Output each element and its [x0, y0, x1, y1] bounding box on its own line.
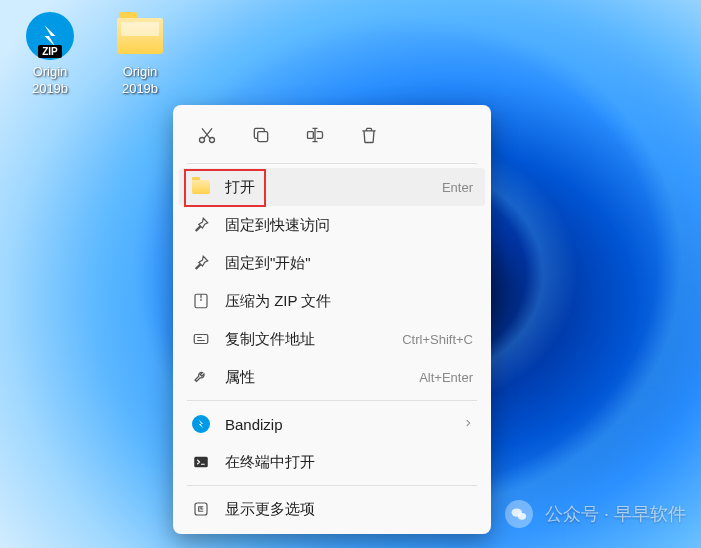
menu-more-options[interactable]: 显示更多选项: [179, 490, 485, 528]
wechat-icon: [505, 500, 533, 528]
wrench-icon: [191, 367, 211, 387]
desktop-icon-label: Origin 2019b: [122, 64, 158, 98]
watermark-text: 公众号 · 早早软件: [545, 502, 686, 526]
svg-point-9: [518, 513, 526, 520]
rename-button[interactable]: [295, 117, 335, 153]
desktop-icon-zip[interactable]: ZIP Origin 2019b: [10, 12, 90, 98]
action-bar: [179, 111, 485, 159]
divider: [187, 400, 477, 401]
menu-copy-path[interactable]: 复制文件地址 Ctrl+Shift+C: [179, 320, 485, 358]
divider: [187, 163, 477, 164]
menu-pin-quick-access[interactable]: 固定到快速访问: [179, 206, 485, 244]
svg-rect-2: [258, 132, 268, 142]
menu-label: 复制文件地址: [225, 330, 402, 349]
menu-label: 打开: [225, 178, 442, 197]
menu-shortcut: Alt+Enter: [419, 370, 473, 385]
menu-open-terminal[interactable]: 在终端中打开: [179, 443, 485, 481]
desktop-icon-label: Origin 2019b: [32, 64, 68, 98]
svg-point-0: [200, 138, 205, 143]
svg-point-1: [210, 138, 215, 143]
menu-pin-start[interactable]: 固定到"开始": [179, 244, 485, 282]
delete-button[interactable]: [349, 117, 389, 153]
menu-open[interactable]: 打开 Enter: [179, 168, 485, 206]
terminal-icon: [191, 452, 211, 472]
menu-label: 固定到快速访问: [225, 216, 473, 235]
pin-icon: [191, 253, 211, 273]
bandizip-icon: [191, 414, 211, 434]
zip-icon: [191, 291, 211, 311]
menu-label: 属性: [225, 368, 419, 387]
path-icon: [191, 329, 211, 349]
zip-app-icon: ZIP: [26, 12, 74, 60]
menu-compress-zip[interactable]: 压缩为 ZIP 文件: [179, 282, 485, 320]
menu-properties[interactable]: 属性 Alt+Enter: [179, 358, 485, 396]
chevron-right-icon: [463, 417, 473, 431]
more-options-icon: [191, 499, 211, 519]
folder-icon: [191, 177, 211, 197]
menu-label: Bandizip: [225, 416, 463, 433]
menu-label: 压缩为 ZIP 文件: [225, 292, 473, 311]
cut-button[interactable]: [187, 117, 227, 153]
watermark: 公众号 · 早早软件: [505, 500, 686, 528]
menu-label: 固定到"开始": [225, 254, 473, 273]
pin-icon: [191, 215, 211, 235]
copy-button[interactable]: [241, 117, 281, 153]
svg-rect-6: [194, 457, 208, 468]
svg-rect-5: [194, 335, 208, 344]
context-menu: 打开 Enter 固定到快速访问 固定到"开始" 压缩为 ZIP 文件 复制文件…: [173, 105, 491, 534]
menu-shortcut: Ctrl+Shift+C: [402, 332, 473, 347]
menu-label: 在终端中打开: [225, 453, 473, 472]
menu-bandizip[interactable]: Bandizip: [179, 405, 485, 443]
divider: [187, 485, 477, 486]
menu-shortcut: Enter: [442, 180, 473, 195]
svg-rect-3: [308, 132, 314, 139]
desktop-icon-folder[interactable]: Origin 2019b: [100, 12, 180, 98]
menu-label: 显示更多选项: [225, 500, 473, 519]
folder-icon: [116, 12, 164, 60]
